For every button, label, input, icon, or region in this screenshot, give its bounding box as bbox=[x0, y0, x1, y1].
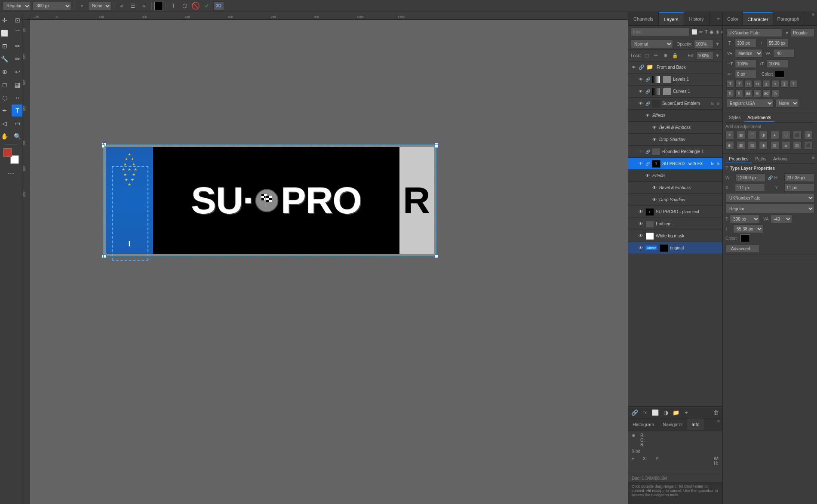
create-layer-btn[interactable]: + bbox=[682, 409, 690, 416]
char-font-family-input[interactable] bbox=[726, 28, 782, 37]
tab-paths[interactable]: Paths bbox=[752, 155, 770, 163]
subscript-btn[interactable]: T bbox=[771, 80, 779, 88]
tab-navigator[interactable]: Navigator bbox=[658, 418, 687, 430]
text-color-swatch[interactable] bbox=[154, 2, 163, 10]
tab-paragraph[interactable]: Paragraph bbox=[773, 12, 804, 25]
layer-item[interactable]: 👁 Direct original bbox=[628, 242, 722, 254]
layer-visibility-eye[interactable]: 👁 bbox=[645, 113, 651, 119]
invert-adj-btn[interactable]: ◑ bbox=[759, 141, 768, 150]
contextual-btn[interactable]: ffi bbox=[753, 89, 761, 97]
panel-options-btn[interactable]: ≡ bbox=[715, 12, 722, 25]
props-leading-select[interactable]: 55.38 px bbox=[733, 224, 763, 233]
layer-item[interactable]: 👁 🔗 Rounded Rectangle 1 bbox=[628, 146, 722, 158]
link-layers-btn[interactable]: 🔗 bbox=[631, 409, 639, 416]
y-input[interactable] bbox=[784, 183, 814, 192]
layer-visibility-eye[interactable]: 👁 bbox=[651, 185, 657, 191]
shape-tool[interactable]: ▭ bbox=[12, 117, 24, 129]
layer-item[interactable]: 👁 Emblem bbox=[628, 218, 722, 230]
bold-btn[interactable]: T bbox=[726, 80, 734, 88]
layer-item[interactable]: 👁 White bg mask bbox=[628, 230, 722, 242]
zoom-tool[interactable]: 🔍 bbox=[12, 130, 24, 142]
3d-button[interactable]: 3D bbox=[213, 1, 224, 11]
layer-visibility-eye[interactable]: 👁 bbox=[638, 233, 644, 239]
italic-btn[interactable]: T bbox=[735, 80, 743, 88]
blend-mode-select[interactable]: Normal bbox=[631, 40, 673, 48]
exposure-adj-btn[interactable]: ◑ bbox=[759, 131, 768, 139]
layer-item[interactable]: 👁 Effects bbox=[628, 110, 722, 122]
width-input[interactable] bbox=[736, 173, 766, 182]
layer-item[interactable]: 👁 🔗 📁 Front and Back bbox=[628, 61, 722, 74]
tab-styles[interactable]: Styles bbox=[725, 114, 744, 122]
caps-btn[interactable]: TT bbox=[744, 80, 752, 88]
layer-visibility-eye[interactable]: 👁 bbox=[638, 101, 644, 107]
props-size-select[interactable]: 300 px bbox=[730, 215, 760, 223]
opacity-arrow[interactable]: ▼ bbox=[715, 41, 720, 46]
layer-visibility-eye[interactable]: 👁 bbox=[638, 161, 644, 167]
layer-visibility-eye[interactable]: 👁 bbox=[651, 137, 657, 143]
curves-adj-btn[interactable]: ⌒ bbox=[748, 131, 756, 139]
3d-toggle[interactable]: ⬡ bbox=[180, 1, 189, 11]
advanced-button[interactable]: Advanced... bbox=[725, 245, 759, 253]
tab-history[interactable]: History bbox=[684, 12, 710, 25]
old-style-btn[interactable]: aa bbox=[744, 89, 752, 97]
layer-item[interactable]: 👁 🔗 T SU PRCRD - with FX fx ⊕ bbox=[628, 158, 722, 170]
char-scale-h-input[interactable] bbox=[735, 59, 756, 68]
clone-stamp-tool[interactable]: ⊕ bbox=[0, 66, 11, 78]
discretionary-btn[interactable]: fl bbox=[735, 89, 743, 97]
layer-type-icon[interactable]: ⬜ bbox=[691, 28, 697, 36]
char-font-style-input[interactable] bbox=[791, 28, 814, 37]
anti-alias-select[interactable]: None bbox=[775, 99, 799, 108]
tab-adjustments[interactable]: Adjustments bbox=[744, 114, 774, 122]
transform-handle-mr[interactable] bbox=[435, 144, 438, 148]
font-size-select[interactable]: 300 px bbox=[33, 2, 71, 10]
ligatures-btn[interactable]: fi bbox=[726, 89, 734, 97]
props-options-btn[interactable]: ≡ bbox=[812, 155, 814, 163]
bw-adj-btn[interactable]: ◑ bbox=[804, 131, 813, 139]
char-color-swatch[interactable] bbox=[775, 70, 784, 78]
add-mask-btn[interactable]: ⬜ bbox=[651, 409, 659, 416]
char-baseline-input[interactable] bbox=[735, 70, 756, 78]
layers-search-input[interactable] bbox=[631, 28, 690, 36]
hand-tool[interactable]: ✋ bbox=[0, 130, 11, 142]
anti-alias-select[interactable]: None bbox=[88, 2, 111, 10]
layer-text-icon[interactable]: T bbox=[705, 28, 708, 36]
layer-item[interactable]: 👁 🔗 Curves 1 bbox=[628, 86, 722, 98]
posterize-adj-btn[interactable]: ▥ bbox=[771, 141, 779, 150]
align-left-icon[interactable]: ≡ bbox=[117, 1, 126, 11]
tab-histogram[interactable]: Histogram bbox=[628, 418, 658, 430]
vibrance-adj-btn[interactable]: ▲ bbox=[771, 131, 779, 139]
text-tool[interactable]: T bbox=[12, 104, 24, 117]
small-caps-btn[interactable]: TT bbox=[753, 80, 761, 88]
layer-item[interactable]: 👁 🔗 Levels 1 bbox=[628, 74, 722, 86]
add-adjustment-btn[interactable]: ◑ bbox=[662, 409, 670, 416]
photofilter-adj-btn[interactable]: ◐ bbox=[725, 141, 734, 150]
layer-item[interactable]: 👁 T SU PRCRD - plain text bbox=[628, 206, 722, 218]
eyedropper-tool[interactable]: ✏ bbox=[12, 40, 24, 52]
layer-visibility-eye[interactable]: 👁 bbox=[638, 245, 644, 251]
char-size-input[interactable] bbox=[735, 39, 756, 47]
brightness-adj-btn[interactable]: ☀ bbox=[725, 131, 734, 139]
blur-tool[interactable]: ◌ bbox=[0, 92, 11, 104]
rect-select-tool[interactable]: ⬜ bbox=[0, 27, 11, 39]
height-input[interactable] bbox=[784, 173, 814, 182]
anti-alias-icon[interactable]: ⚬ bbox=[77, 1, 86, 11]
opacity-input[interactable] bbox=[694, 40, 713, 48]
create-group-btn[interactable]: 📁 bbox=[672, 409, 680, 416]
char-tracking-input[interactable] bbox=[773, 49, 795, 58]
license-plate-wrapper[interactable]: ★ ★ ★ ★ ★ ★ ★ bbox=[103, 144, 436, 256]
underline-btn[interactable]: T bbox=[780, 80, 788, 88]
levels-adj-btn[interactable]: ▦ bbox=[737, 131, 745, 139]
tab-layers[interactable]: Layers bbox=[659, 12, 684, 25]
props-font-family-select[interactable]: UKNumberPlate bbox=[725, 193, 814, 203]
kerning-type-select[interactable]: Metrics Optical bbox=[735, 49, 763, 58]
layer-edit-icon[interactable]: ✏ bbox=[699, 28, 703, 36]
add-effect-btn[interactable]: fx bbox=[641, 409, 649, 416]
layer-visibility-eye[interactable]: 👁 bbox=[638, 149, 644, 155]
layer-visibility-eye[interactable]: 👁 bbox=[631, 65, 637, 71]
props-color-swatch[interactable] bbox=[740, 234, 750, 242]
selectcolor-adj-btn[interactable]: ⬛ bbox=[804, 141, 813, 150]
histogram-options[interactable]: ≡ bbox=[715, 418, 722, 430]
transform-handle-bm[interactable] bbox=[103, 255, 107, 258]
tab-character[interactable]: Character bbox=[743, 12, 773, 25]
crop-tool[interactable]: ⊡ bbox=[0, 40, 11, 52]
